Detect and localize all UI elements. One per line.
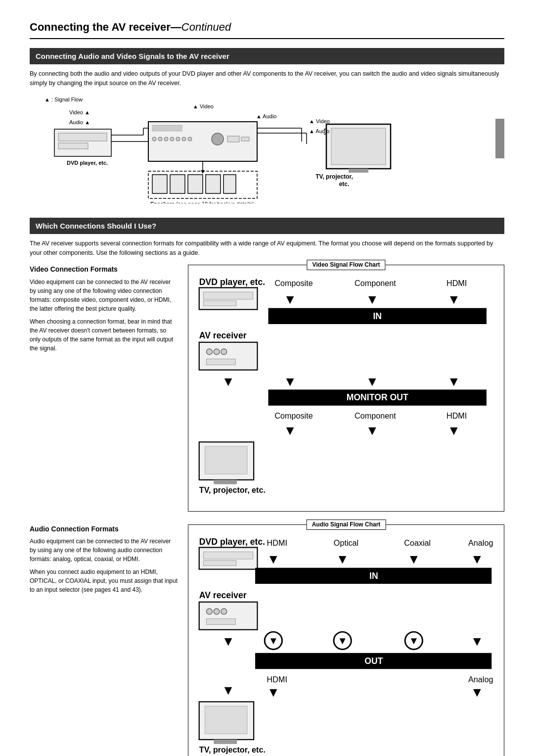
svg-rect-34 — [188, 175, 203, 193]
svg-point-100 — [214, 609, 220, 614]
video-body2: When choosing a connection format, bear … — [30, 317, 178, 353]
svg-text:HDMI: HDMI — [267, 538, 287, 547]
svg-text:▼: ▼ — [268, 635, 278, 646]
svg-rect-4 — [58, 133, 107, 141]
svg-text:▼: ▼ — [284, 423, 297, 438]
which-connections-section: Which Connections Should I Use? The AV r… — [30, 218, 504, 756]
svg-point-22 — [182, 137, 186, 141]
svg-point-65 — [221, 349, 227, 355]
svg-rect-51 — [204, 292, 253, 299]
video-flow-chart-col: Video Signal Flow Chart DVD player, etc.… — [188, 265, 504, 520]
audio-body2: When you connect audio equipment to an H… — [30, 567, 178, 594]
svg-rect-52 — [204, 301, 236, 306]
svg-rect-5 — [58, 143, 88, 149]
svg-point-23 — [188, 137, 192, 141]
svg-rect-32 — [152, 175, 167, 193]
svg-text:IN: IN — [369, 571, 378, 581]
section1-header: Connecting Audio and Video Signals to th… — [30, 48, 504, 64]
svg-text:▼: ▼ — [471, 685, 484, 700]
svg-rect-119 — [214, 740, 237, 744]
svg-text:▼: ▼ — [447, 423, 460, 438]
svg-point-17 — [152, 137, 156, 141]
svg-text:▼: ▼ — [336, 552, 349, 567]
audio-chart-title: Audio Signal Flow Chart — [307, 520, 386, 530]
svg-rect-85 — [204, 552, 253, 559]
video-section-title: Video Connection Formats — [30, 265, 178, 275]
svg-text:Composite: Composite — [274, 411, 312, 420]
audio-flow-chart: Audio Signal Flow Chart DVD player, etc.… — [188, 524, 504, 756]
video-left-col: Video Connection Formats Video equipment… — [30, 265, 178, 520]
svg-point-101 — [221, 609, 227, 614]
svg-text:▼: ▼ — [471, 634, 484, 649]
svg-point-64 — [214, 349, 220, 355]
svg-rect-80 — [205, 446, 247, 474]
svg-text:▼: ▼ — [267, 685, 280, 700]
svg-text:HDMI: HDMI — [446, 411, 467, 420]
svg-rect-33 — [170, 175, 185, 193]
svg-text:Optical: Optical — [334, 538, 358, 547]
svg-rect-86 — [204, 561, 236, 566]
svg-text:TV, projector,: TV, projector, — [315, 173, 353, 180]
svg-text:MONITOR OUT: MONITOR OUT — [347, 392, 408, 402]
svg-text:▼: ▼ — [366, 292, 379, 307]
svg-text:▼: ▼ — [267, 552, 280, 567]
svg-point-24 — [212, 133, 223, 145]
svg-text:▼: ▼ — [447, 292, 460, 307]
svg-text:▼: ▼ — [284, 374, 297, 389]
svg-text:TV, projector, etc.: TV, projector, etc. — [199, 485, 266, 494]
svg-text:Component: Component — [355, 279, 396, 287]
signal-flow-diagram: ▲ : Signal Flow Video ▲ Audio ▲ DVD play… — [30, 94, 504, 203]
svg-text:▲ : Signal Flow: ▲ : Signal Flow — [44, 96, 83, 102]
svg-text:AV receiver: AV receiver — [199, 590, 247, 600]
svg-rect-62 — [199, 342, 258, 370]
svg-rect-35 — [206, 175, 221, 193]
svg-text:Composite: Composite — [274, 279, 312, 287]
video-flow-svg: DVD player, etc. Composite Component HDM… — [193, 273, 499, 506]
svg-text:AV receiver: AV receiver — [199, 331, 247, 340]
svg-rect-16 — [152, 125, 182, 131]
svg-point-19 — [164, 137, 168, 141]
svg-text:IN: IN — [373, 311, 382, 321]
svg-text:Analog: Analog — [468, 674, 493, 683]
svg-text:Video ▲: Video ▲ — [69, 109, 90, 115]
video-chart-title: Video Signal Flow Chart — [307, 260, 385, 270]
page-title-continued: Continued — [181, 21, 231, 33]
svg-text:Component: Component — [355, 411, 396, 420]
audio-flow-svg: DVD player, etc. HDMI Optical Coaxial An… — [193, 533, 499, 756]
svg-text:etc.: etc. — [339, 181, 350, 188]
svg-text:▲ Video: ▲ Video — [309, 118, 330, 124]
svg-text:▼: ▼ — [366, 374, 379, 389]
audio-connection-row: Audio Connection Formats Audio equipment… — [30, 524, 504, 756]
svg-point-18 — [158, 137, 162, 141]
svg-point-63 — [206, 349, 212, 355]
section1-body: By connecting both the audio and video o… — [30, 69, 504, 88]
svg-rect-102 — [206, 618, 235, 624]
svg-rect-66 — [206, 359, 235, 365]
svg-text:DVD player, etc.: DVD player, etc. — [199, 277, 265, 287]
svg-text:▼: ▼ — [222, 682, 235, 697]
svg-text:Coaxial: Coaxial — [404, 538, 431, 547]
svg-marker-38 — [201, 170, 205, 174]
svg-text:▼: ▼ — [337, 635, 347, 646]
svg-rect-42 — [349, 169, 368, 173]
svg-rect-81 — [214, 480, 237, 484]
svg-rect-25 — [227, 136, 239, 142]
svg-rect-98 — [199, 602, 258, 630]
svg-text:TV, projector, etc.: TV, projector, etc. — [199, 745, 266, 754]
svg-text:Analog: Analog — [468, 538, 493, 547]
svg-text:▼: ▼ — [407, 552, 420, 567]
svg-text:▼: ▼ — [366, 423, 379, 438]
video-body1: Video equipment can be connected to the … — [30, 278, 178, 313]
video-flow-chart: Video Signal Flow Chart DVD player, etc.… — [188, 265, 504, 512]
svg-text:▲ Video: ▲ Video — [193, 103, 214, 109]
section2-header: Which Connections Should I Use? — [30, 218, 504, 234]
audio-body1: Audio equipment can be connected to the … — [30, 537, 178, 564]
svg-text:DVD player, etc.: DVD player, etc. — [67, 160, 108, 166]
svg-text:Speakers (see page 18 for hook: Speakers (see page 18 for hookup details… — [150, 201, 254, 203]
svg-text:▲ Audio: ▲ Audio — [256, 113, 276, 119]
svg-text:▼: ▼ — [409, 635, 419, 646]
audio-left-col: Audio Connection Formats Audio equipment… — [30, 524, 178, 756]
svg-text:DVD player, etc.: DVD player, etc. — [199, 536, 265, 546]
page-title: Connecting the AV receiver—Continued — [30, 20, 504, 39]
svg-text:OUT: OUT — [364, 656, 383, 666]
